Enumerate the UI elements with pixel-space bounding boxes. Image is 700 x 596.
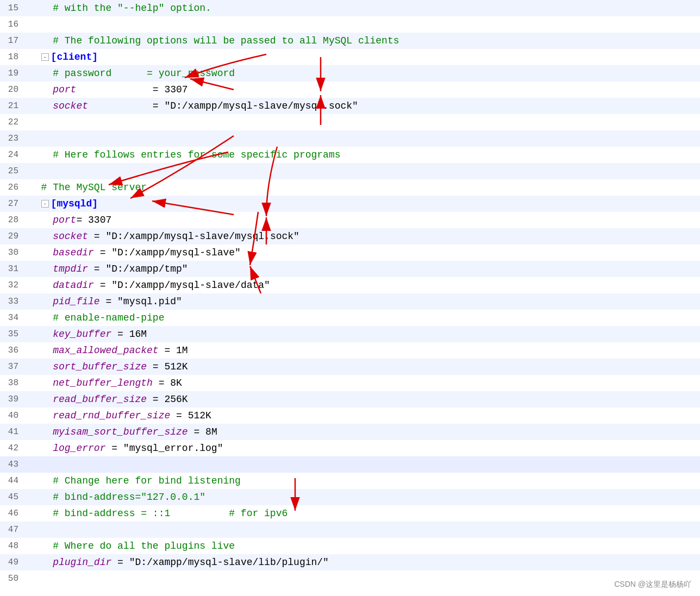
line-content: myisam_sort_buffer_size = 8M <box>27 424 700 440</box>
line-content: # bind-address="127.0.0.1" <box>27 489 700 505</box>
line-content: net_buffer_length = 8K <box>27 375 700 391</box>
line-content: # The MySQL server <box>27 179 700 196</box>
line-content: pid_file = "mysql.pid" <box>27 293 700 310</box>
code-line: 37 sort_buffer_size = 512K <box>0 359 700 375</box>
code-line: 16 <box>0 16 700 33</box>
code-line: 17 # The following options will be passe… <box>0 33 700 49</box>
line-number: 18 <box>0 49 27 65</box>
code-line: 45 # bind-address="127.0.0.1" <box>0 489 700 505</box>
fold-icon[interactable]: - <box>41 200 49 208</box>
line-content: # bind-address = ::1 # for ipv6 <box>27 505 700 522</box>
code-line: 50 <box>0 570 700 587</box>
line-number: 48 <box>0 538 27 554</box>
line-number: 34 <box>0 310 27 326</box>
line-content: -[client] <box>27 49 700 65</box>
code-editor: 15 # with the "--help" option.1617 # The… <box>0 0 700 596</box>
code-line: 49 plugin_dir = "D:/xampp/mysql-slave/li… <box>0 554 700 570</box>
line-number: 49 <box>0 554 27 570</box>
line-number: 46 <box>0 505 27 522</box>
line-number: 23 <box>0 130 27 147</box>
code-line: 31 tmpdir = "D:/xampp/tmp" <box>0 261 700 277</box>
line-content: tmpdir = "D:/xampp/tmp" <box>27 261 700 277</box>
line-content: # enable-named-pipe <box>27 310 700 326</box>
line-content: # Where do all the plugins live <box>27 538 700 554</box>
line-number: 37 <box>0 359 27 375</box>
fold-icon[interactable]: - <box>41 53 49 61</box>
line-number: 35 <box>0 326 27 342</box>
line-number: 27 <box>0 196 27 212</box>
code-line: 41 myisam_sort_buffer_size = 8M <box>0 424 700 440</box>
code-line: 35 key_buffer = 16M <box>0 326 700 342</box>
line-content: plugin_dir = "D:/xampp/mysql-slave/lib/p… <box>27 554 700 570</box>
code-line: 21 socket = "D:/xampp/mysql-slave/mysql.… <box>0 98 700 114</box>
line-number: 25 <box>0 163 27 179</box>
line-content: read_rnd_buffer_size = 512K <box>27 407 700 424</box>
code-line: 20 port = 3307 <box>0 81 700 98</box>
code-line: 47 <box>0 522 700 538</box>
code-lines: 15 # with the "--help" option.1617 # The… <box>0 0 700 587</box>
line-content: key_buffer = 16M <box>27 326 700 342</box>
line-content: log_error = "mysql_error.log" <box>27 440 700 456</box>
code-line: 43 <box>0 456 700 473</box>
line-number: 42 <box>0 440 27 456</box>
line-number: 33 <box>0 293 27 310</box>
code-line: 48 # Where do all the plugins live <box>0 538 700 554</box>
line-number: 45 <box>0 489 27 505</box>
line-number: 19 <box>0 65 27 81</box>
code-line: 42 log_error = "mysql_error.log" <box>0 440 700 456</box>
code-line: 26 # The MySQL server <box>0 179 700 196</box>
line-number: 29 <box>0 228 27 244</box>
code-line: 34 # enable-named-pipe <box>0 310 700 326</box>
watermark: CSDN @这里是杨杨吖 <box>614 580 691 589</box>
line-number: 21 <box>0 98 27 114</box>
code-line: 25 <box>0 163 700 179</box>
code-line: 22 <box>0 114 700 130</box>
line-number: 22 <box>0 114 27 130</box>
line-content: socket = "D:/xampp/mysql-slave/mysql.soc… <box>27 98 700 114</box>
code-line: 24 # Here follows entries for some speci… <box>0 147 700 163</box>
line-number: 39 <box>0 391 27 407</box>
line-number: 17 <box>0 33 27 49</box>
line-number: 43 <box>0 456 27 473</box>
code-line: 36 max_allowed_packet = 1M <box>0 342 700 359</box>
code-line: 27 -[mysqld] <box>0 196 700 212</box>
line-number: 31 <box>0 261 27 277</box>
line-content: read_buffer_size = 256K <box>27 391 700 407</box>
line-number: 36 <box>0 342 27 359</box>
line-number: 41 <box>0 424 27 440</box>
code-line: 29 socket = "D:/xampp/mysql-slave/mysql.… <box>0 228 700 244</box>
line-number: 38 <box>0 375 27 391</box>
code-line: 30 basedir = "D:/xampp/mysql-slave" <box>0 244 700 261</box>
line-number: 47 <box>0 522 27 538</box>
line-number: 16 <box>0 16 27 33</box>
line-content: socket = "D:/xampp/mysql-slave/mysql.soc… <box>27 228 700 244</box>
code-line: 40 read_rnd_buffer_size = 512K <box>0 407 700 424</box>
code-line: 15 # with the "--help" option. <box>0 0 700 16</box>
line-number: 30 <box>0 244 27 261</box>
line-number: 20 <box>0 81 27 98</box>
line-content: datadir = "D:/xampp/mysql-slave/data" <box>27 277 700 293</box>
line-number: 44 <box>0 473 27 489</box>
line-number: 24 <box>0 147 27 163</box>
line-number: 15 <box>0 0 27 16</box>
line-content: # with the "--help" option. <box>27 0 700 16</box>
code-line: 38 net_buffer_length = 8K <box>0 375 700 391</box>
line-content: sort_buffer_size = 512K <box>27 359 700 375</box>
code-line: 28 port= 3307 <box>0 212 700 228</box>
line-content: -[mysqld] <box>27 196 700 212</box>
code-line: 32 datadir = "D:/xampp/mysql-slave/data" <box>0 277 700 293</box>
line-content: basedir = "D:/xampp/mysql-slave" <box>27 244 700 261</box>
code-line: 33 pid_file = "mysql.pid" <box>0 293 700 310</box>
line-number: 50 <box>0 570 27 587</box>
line-content: max_allowed_packet = 1M <box>27 342 700 359</box>
code-line: 44 # Change here for bind listening <box>0 473 700 489</box>
line-number: 26 <box>0 179 27 196</box>
line-number: 28 <box>0 212 27 228</box>
code-line: 19 # password = your_password <box>0 65 700 81</box>
line-number: 40 <box>0 407 27 424</box>
line-content: # Change here for bind listening <box>27 473 700 489</box>
line-content: port = 3307 <box>27 81 700 98</box>
line-content: # Here follows entries for some specific… <box>27 147 700 163</box>
line-content: # password = your_password <box>27 65 700 81</box>
code-line: 46 # bind-address = ::1 # for ipv6 <box>0 505 700 522</box>
